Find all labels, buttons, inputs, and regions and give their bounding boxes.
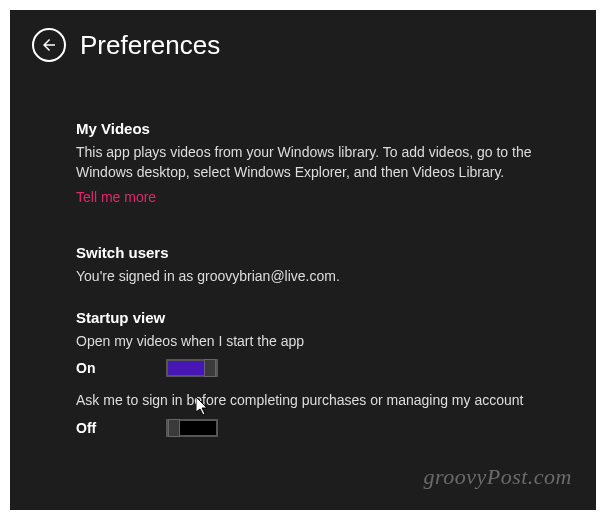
my-videos-description: This app plays videos from your Windows … [76, 143, 554, 182]
back-button[interactable] [32, 28, 66, 62]
arrow-left-icon [40, 36, 58, 54]
startup-view-heading: Startup view [76, 309, 554, 326]
startup-view-section: Startup view Open my videos when I start… [76, 309, 554, 437]
switch-users-section: Switch users You're signed in as groovyb… [76, 244, 554, 287]
preferences-panel: Preferences My Videos This app plays vid… [10, 10, 596, 510]
toggle-knob [168, 419, 180, 437]
header: Preferences [32, 28, 574, 62]
signin-setting-row: Off [76, 419, 554, 437]
content-area: My Videos This app plays videos from you… [32, 120, 574, 437]
startup-view-setting1-state: On [76, 360, 166, 376]
toggle-knob [204, 359, 216, 377]
watermark: groovyPost.com [423, 464, 572, 490]
startup-view-toggle[interactable] [166, 359, 218, 377]
my-videos-heading: My Videos [76, 120, 554, 137]
signin-setting-label: Ask me to sign in before completing purc… [76, 391, 554, 411]
startup-view-setting1-label: Open my videos when I start the app [76, 332, 554, 352]
signin-setting-state: Off [76, 420, 166, 436]
toggle-fill [168, 361, 204, 375]
tell-me-more-link[interactable]: Tell me more [76, 189, 156, 205]
my-videos-section: My Videos This app plays videos from you… [76, 120, 554, 206]
startup-view-setting1-row: On [76, 359, 554, 377]
switch-users-description: You're signed in as groovybrian@live.com… [76, 267, 554, 287]
signin-toggle[interactable] [166, 419, 218, 437]
switch-users-heading: Switch users [76, 244, 554, 261]
page-title: Preferences [80, 30, 220, 61]
